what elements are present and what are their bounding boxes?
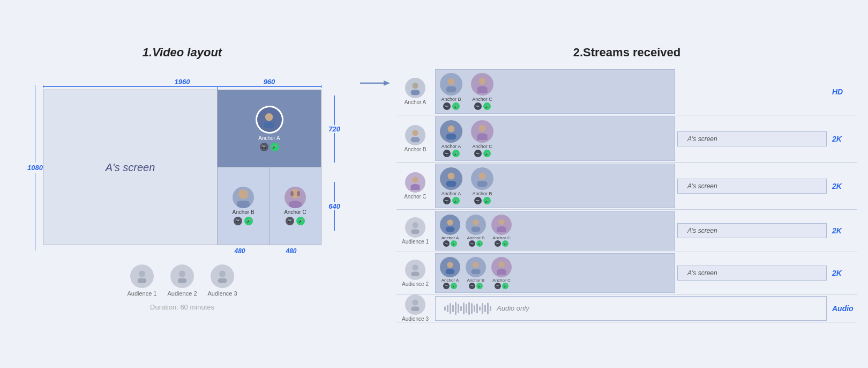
streams-inner-anchor-b: Anchor A 📷 🎤 bbox=[435, 116, 675, 161]
audience-3-avatar bbox=[211, 264, 234, 288]
screen-cell-anchor-b: A's screen bbox=[676, 115, 828, 163]
streams-cell-anchor-a: Anchor B 📷 🎤 bbox=[434, 68, 676, 115]
stream-c-for-aud1: Anchor C 📷 🎤 bbox=[491, 215, 512, 247]
label-c-aud2: Anchor C bbox=[492, 278, 510, 283]
audience-1-label: Audience 1 bbox=[127, 290, 156, 297]
screen-label-anchor-c: A's screen bbox=[677, 179, 827, 194]
dim-640-line-bot bbox=[334, 210, 335, 231]
icons-c-aud1: 📷 🎤 bbox=[495, 240, 508, 247]
anchor-b-box: Anchor B 📷 🎤 bbox=[218, 167, 270, 245]
icons-b-aud1: 📷 🎤 bbox=[469, 240, 483, 247]
svg-rect-40 bbox=[446, 269, 455, 275]
row-audience-3: Audience 3 bbox=[396, 295, 857, 322]
cam-a-c: 📷 bbox=[443, 197, 451, 204]
audio-only-inner: Audio only bbox=[435, 296, 827, 321]
mic-b-aud2: 🎤 bbox=[476, 283, 483, 289]
wave-18 bbox=[490, 306, 491, 311]
streams-cell-aud-1: Anchor A 📷 🎤 Anchor B bbox=[434, 210, 676, 252]
mic-c-b: 🎤 bbox=[483, 150, 491, 157]
aud-1-row-avatar bbox=[405, 217, 425, 238]
anchor-a-mic-icon: 🎤 bbox=[271, 143, 279, 151]
anchor-a-icon bbox=[260, 111, 278, 128]
streams-inner-aud-2: Anchor A 📷 🎤 Anchor B bbox=[435, 253, 675, 293]
screen-label-anchor-b: A's screen bbox=[677, 131, 827, 146]
audio-only-label: Audio only bbox=[497, 304, 529, 312]
wave-2 bbox=[447, 305, 448, 312]
screen-cell-aud-2: A's screen bbox=[676, 252, 828, 295]
svg-point-17 bbox=[448, 78, 455, 85]
mic-icon-b-a: 🎤 bbox=[452, 102, 460, 110]
anchor-b-icons: 📷 🎤 bbox=[234, 217, 253, 225]
anchor-a-name: Anchor A bbox=[258, 135, 280, 141]
stream-c-label-for-a: Anchor C bbox=[472, 97, 492, 102]
audience-2-item: Audience 2 bbox=[167, 264, 197, 297]
aud-3-row-avatar bbox=[405, 295, 425, 315]
anchor-bc-row: 480 480 Anchor B bbox=[218, 167, 321, 245]
anchor-b-camera-icon: 📷 bbox=[234, 217, 242, 225]
stream-a-for-aud1: Anchor A 📷 🎤 bbox=[440, 215, 460, 247]
row-anchor-a: Anchor A bbox=[396, 68, 857, 115]
dim-720-line-top bbox=[334, 95, 335, 125]
dim-960-group: 960 bbox=[217, 78, 321, 87]
stream-a-aud1 bbox=[440, 215, 460, 235]
stream-b-for-aud1: Anchor B 📷 🎤 bbox=[466, 215, 486, 247]
svg-rect-12 bbox=[218, 278, 227, 283]
label-b-aud1: Anchor B bbox=[467, 235, 485, 240]
svg-rect-45 bbox=[411, 307, 419, 311]
audience-3-item: Audience 3 bbox=[208, 264, 237, 297]
label-a-aud1: Anchor A bbox=[442, 235, 459, 240]
svg-marker-14 bbox=[384, 80, 390, 86]
svg-point-25 bbox=[412, 177, 418, 183]
dim-1960: 1960 bbox=[175, 78, 190, 86]
stream-b-label-for-a: Anchor B bbox=[441, 97, 461, 102]
svg-rect-18 bbox=[446, 86, 456, 92]
dim-720-group: 720 bbox=[328, 90, 340, 167]
svg-point-41 bbox=[473, 262, 478, 268]
audience-1-avatar bbox=[130, 264, 154, 288]
right-panel: 2.Streams received Anchor A bbox=[396, 46, 857, 322]
row-audience-1: Audience 1 Anchor A 📷 bbox=[396, 210, 857, 252]
anchor-a-camera-icon: 📷 bbox=[260, 143, 268, 151]
audience-2-icon bbox=[174, 268, 190, 284]
aud-2-row-avatar bbox=[405, 260, 425, 280]
dim-1080-line-top bbox=[35, 85, 35, 163]
icons-c-aud2: 📷 🎤 bbox=[495, 283, 508, 289]
svg-point-9 bbox=[179, 271, 185, 277]
wave-12 bbox=[474, 305, 475, 312]
stream-a-aud2: Anchor A 📷 🎤 bbox=[440, 257, 460, 289]
dim-720-line-bot bbox=[334, 133, 335, 163]
quality-anchor-b: 2K bbox=[828, 115, 857, 163]
stream-b-label-for-c: Anchor B bbox=[472, 191, 492, 196]
row-anchor-b: Anchor B bbox=[396, 115, 857, 163]
svg-point-36 bbox=[498, 219, 504, 225]
anchor-b-name: Anchor B bbox=[232, 209, 254, 215]
stream-a-icon-for-c bbox=[443, 170, 460, 187]
mic-a-b: 🎤 bbox=[452, 150, 460, 157]
left-panel: 1.Video layout 1960 960 bbox=[11, 46, 354, 311]
svg-point-30 bbox=[412, 222, 418, 228]
icon-b-aud1 bbox=[468, 217, 483, 232]
svg-point-39 bbox=[447, 262, 453, 268]
wave-17 bbox=[487, 303, 489, 314]
screen-label-aud-1: A's screen bbox=[677, 223, 827, 238]
dim-480-right: 480 bbox=[265, 247, 317, 255]
dim-720-inner: 720 bbox=[328, 95, 340, 163]
audience-1-item: Audience 1 bbox=[127, 264, 156, 297]
svg-rect-31 bbox=[411, 229, 419, 233]
streams-cell-aud-2: Anchor A 📷 🎤 Anchor B bbox=[434, 252, 676, 295]
stream-a-label-for-c: Anchor A bbox=[442, 191, 461, 196]
layout-box: 1080 720 640 bbox=[43, 90, 321, 245]
svg-point-5 bbox=[290, 191, 294, 196]
cam-a-aud2: 📷 bbox=[443, 283, 450, 289]
svg-rect-23 bbox=[446, 134, 456, 139]
svg-rect-27 bbox=[446, 181, 456, 187]
screen-cell-anchor-a bbox=[676, 68, 828, 115]
arrow-icon bbox=[359, 78, 391, 89]
anchor-a-box: Anchor A 📷 🎤 bbox=[218, 90, 321, 167]
avatar-a-aud2 bbox=[440, 257, 460, 277]
aud-3-row-label: Audience 3 bbox=[402, 316, 429, 322]
wave-16 bbox=[484, 305, 486, 312]
wave-4 bbox=[452, 305, 454, 312]
dim-480-left: 480 bbox=[214, 247, 265, 255]
anchor-b-mic-icon: 🎤 bbox=[244, 217, 253, 225]
